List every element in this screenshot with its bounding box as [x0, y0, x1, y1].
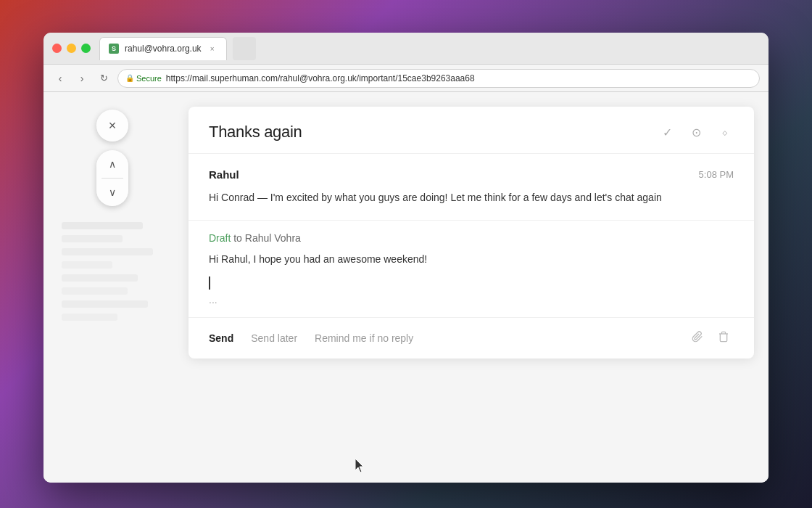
close-window-button[interactable]: [52, 44, 62, 53]
mark-done-button[interactable]: ✓: [658, 123, 676, 141]
email-card: Thanks again ✓ ⊙ ⬦: [188, 107, 754, 359]
browser-tab-active[interactable]: S rahul@vohra.org.uk ×: [99, 37, 227, 60]
down-chevron-icon: ∨: [109, 187, 116, 198]
back-button[interactable]: ‹: [52, 70, 68, 86]
message-time: 5:08 PM: [699, 169, 734, 180]
message-sender: Rahul: [209, 168, 239, 181]
minimize-window-button[interactable]: [67, 44, 76, 53]
draft-label-green: Draft: [209, 232, 231, 244]
draft-ellipsis: ...: [209, 294, 734, 306]
draft-cursor-area[interactable]: [209, 276, 734, 290]
forward-button[interactable]: ›: [74, 70, 90, 86]
secure-label: Secure: [136, 74, 162, 83]
trash-icon: [718, 331, 729, 345]
move-button[interactable]: ⬦: [716, 123, 734, 141]
message-item: Rahul 5:08 PM Hi Conrad — I'm excited by…: [188, 154, 754, 221]
up-chevron-icon: ∧: [109, 158, 116, 170]
message-meta: Rahul 5:08 PM: [209, 168, 734, 181]
url-text: https://mail.superhuman.com/rahul@vohra.…: [166, 73, 475, 83]
send-button[interactable]: Send: [209, 332, 233, 344]
checkmark-icon: ✓: [663, 126, 672, 139]
tab-title: rahul@vohra.org.uk: [125, 44, 202, 54]
mouse-cursor: [355, 459, 364, 472]
tab-close-button[interactable]: ×: [207, 44, 218, 54]
delete-draft-button[interactable]: [713, 328, 734, 348]
send-later-button[interactable]: Send later: [251, 332, 297, 344]
secure-badge: 🔒 Secure: [125, 74, 162, 83]
email-header: Thanks again ✓ ⊙ ⬦: [188, 107, 754, 154]
email-subject: Thanks again: [209, 123, 302, 142]
traffic-lights: [52, 44, 91, 53]
browser-toolbar: ‹ › ↻ 🔒 Secure https://mail.superhuman.c…: [44, 65, 768, 92]
close-circle-button[interactable]: ×: [96, 110, 128, 142]
tab-favicon: S: [109, 44, 119, 54]
title-bar: S rahul@vohra.org.uk ×: [44, 33, 768, 65]
new-tab-area[interactable]: [233, 37, 256, 60]
paperclip-icon: [692, 331, 703, 345]
maximize-window-button[interactable]: [81, 44, 91, 53]
draft-label: Draft to Rahul Vohra: [209, 232, 734, 244]
attach-button[interactable]: [687, 328, 708, 348]
inbox-icon: ⬦: [721, 126, 729, 139]
down-arrow-button[interactable]: ∨: [96, 179, 128, 206]
address-bar[interactable]: 🔒 Secure https://mail.superhuman.com/rah…: [117, 69, 760, 88]
message-body: Hi Conrad — I'm excited by what you guys…: [209, 189, 734, 205]
draft-body-line1: Hi Rahul, I hope you had an awesome week…: [209, 251, 734, 267]
snooze-button[interactable]: ⊙: [687, 123, 705, 141]
sidebar-content: [62, 222, 163, 327]
text-cursor: [209, 276, 210, 290]
draft-label-gray: to Rahul Vohra: [231, 232, 301, 244]
tab-bar: S rahul@vohra.org.uk ×: [99, 37, 760, 60]
left-panel: × ∧ ∨: [44, 92, 181, 483]
email-main: Thanks again ✓ ⊙ ⬦: [181, 92, 768, 483]
close-icon: ×: [109, 118, 117, 134]
nav-arrows-group: ∧ ∨: [96, 150, 128, 206]
remind-button[interactable]: Remind me if no reply: [315, 332, 413, 344]
reload-button[interactable]: ↻: [96, 70, 112, 86]
email-header-actions: ✓ ⊙ ⬦: [658, 123, 734, 141]
draft-section: Draft to Rahul Vohra Hi Rahul, I hope yo…: [188, 221, 754, 316]
up-arrow-button[interactable]: ∧: [96, 150, 128, 178]
lock-icon: 🔒: [125, 74, 134, 82]
browser-window: S rahul@vohra.org.uk × ‹ › ↻ 🔒 Secure ht…: [44, 33, 768, 483]
draft-toolbar: Send Send later Remind me if no reply: [188, 317, 754, 359]
clock-icon: ⊙: [692, 126, 701, 139]
browser-content: × ∧ ∨: [44, 92, 768, 483]
